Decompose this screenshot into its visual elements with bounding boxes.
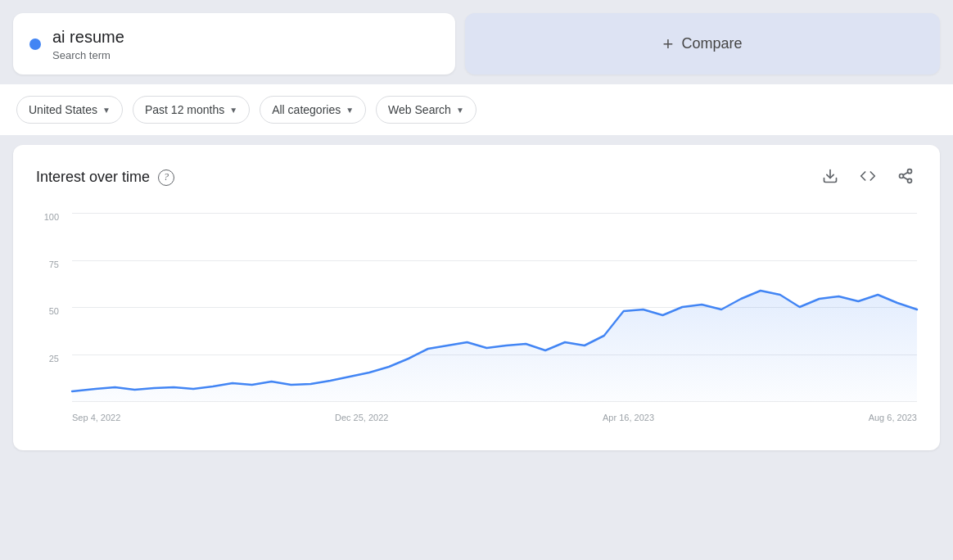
chevron-down-icon: ▼ — [456, 106, 464, 115]
x-label-aug: Aug 6, 2023 — [869, 413, 917, 422]
search-term-name: ai resume — [52, 26, 124, 47]
compare-card[interactable]: + Compare — [465, 13, 940, 75]
filter-category-label: All categories — [272, 103, 341, 116]
x-axis-labels: Sep 4, 2022 Dec 25, 2022 Apr 16, 2023 Au… — [72, 409, 917, 426]
chevron-down-icon: ▼ — [346, 106, 354, 115]
x-label-sep: Sep 4, 2022 — [72, 413, 120, 422]
chart-area: 100 75 50 25 — [36, 213, 917, 426]
chevron-down-icon: ▼ — [229, 106, 237, 115]
chart-card: Interest over time ? — [13, 145, 940, 450]
y-axis-labels: 100 75 50 25 — [36, 213, 65, 401]
chart-actions — [819, 165, 917, 190]
search-dot — [29, 38, 41, 50]
trend-line-svg — [72, 213, 917, 401]
chart-header: Interest over time ? — [36, 165, 917, 190]
chart-plot — [72, 213, 917, 401]
search-term-text: ai resume Search term — [52, 26, 124, 61]
svg-line-5 — [903, 172, 908, 174]
filter-category[interactable]: All categories ▼ — [260, 96, 366, 124]
filter-type-label: Web Search — [388, 103, 451, 116]
svg-line-4 — [903, 177, 908, 179]
grid-line-0 — [72, 401, 917, 402]
y-label-100: 100 — [44, 213, 65, 222]
chevron-down-icon: ▼ — [102, 106, 111, 115]
chart-title-area: Interest over time ? — [36, 169, 174, 186]
filter-type[interactable]: Web Search ▼ — [376, 96, 476, 124]
chart-title: Interest over time — [36, 169, 150, 186]
filter-period[interactable]: Past 12 months ▼ — [133, 96, 250, 124]
search-term-card: ai resume Search term — [13, 13, 455, 75]
filters-bar: United States ▼ Past 12 months ▼ All cat… — [0, 84, 953, 135]
x-label-apr: Apr 16, 2023 — [603, 413, 654, 422]
y-label-25: 25 — [49, 355, 65, 364]
search-term-label: Search term — [52, 49, 124, 61]
download-button[interactable] — [819, 165, 842, 190]
help-icon[interactable]: ? — [158, 169, 174, 186]
compare-label: Compare — [681, 35, 742, 52]
filter-period-label: Past 12 months — [145, 103, 224, 116]
y-label-50: 50 — [49, 307, 65, 316]
y-label-75: 75 — [49, 260, 65, 269]
filter-region-label: United States — [29, 103, 97, 116]
embed-button[interactable] — [856, 165, 879, 190]
x-label-dec: Dec 25, 2022 — [335, 413, 388, 422]
share-button[interactable] — [894, 165, 917, 190]
top-section: ai resume Search term + Compare — [0, 0, 953, 84]
compare-content: + Compare — [663, 34, 743, 55]
compare-plus-icon: + — [663, 34, 674, 55]
filter-region[interactable]: United States ▼ — [16, 96, 123, 124]
